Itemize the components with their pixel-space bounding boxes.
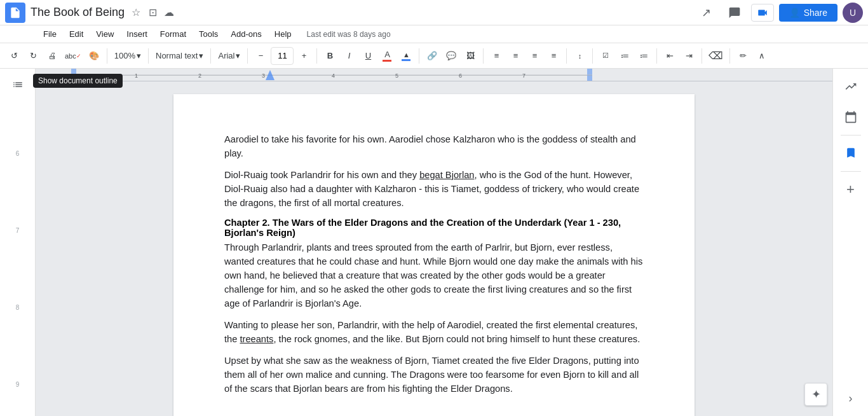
toolbar-divider-5 (316, 48, 317, 64)
svg-text:6: 6 (459, 73, 462, 79)
top-right-area: ↗ 👤 Share U (695, 1, 863, 24)
body-area: Show document outline 6 7 8 9 1 2 3 4 (0, 69, 868, 416)
toolbar-divider-8 (566, 48, 567, 64)
toolbar-divider-9 (592, 48, 593, 64)
right-divider-2 (841, 171, 861, 172)
meet-button[interactable] (751, 4, 774, 22)
collapse-sidebar-button[interactable]: › (838, 385, 864, 411)
toolbar-divider-7 (483, 48, 484, 64)
toolbar-divider-12 (729, 48, 730, 64)
outline-button[interactable] (5, 74, 31, 99)
align-center-button[interactable]: ≡ (506, 47, 524, 65)
last-edit-label[interactable]: Last edit was 8 days ago (307, 30, 391, 39)
toolbar-divider-2 (148, 48, 149, 64)
paragraph-2: Diol-Ruaig took Parlandrir for his own a… (224, 168, 644, 210)
calendar-button[interactable] (838, 104, 864, 130)
toolbar-divider-3 (210, 48, 211, 64)
top-bar: The Book of Being ☆ ⊡ ☁ ↗ 👤 Share U (0, 0, 868, 25)
spellcheck-button[interactable]: abc ✓ (62, 47, 84, 65)
paintformat-button[interactable]: 🎨 (85, 47, 103, 65)
editing-mode-button[interactable]: ✏ (734, 47, 752, 65)
increase-indent-button[interactable]: ⇥ (680, 47, 698, 65)
main-content: 1 2 3 4 5 6 7 Aarodiel to take his favor… (36, 69, 832, 416)
trending-button[interactable] (838, 74, 864, 99)
menu-file[interactable]: File (38, 28, 62, 40)
svg-text:1: 1 (135, 73, 138, 79)
text-color-button[interactable]: A (378, 47, 396, 65)
chart-icon[interactable]: ↗ (695, 1, 718, 24)
comment-button[interactable]: 💬 (442, 47, 460, 65)
paragraph-4: Wanting to please her son, Parlandrir, w… (224, 318, 644, 346)
image-button[interactable]: 🖼 (461, 47, 479, 65)
menu-help[interactable]: Help (269, 28, 297, 40)
share-icon: 👤 (789, 8, 800, 18)
toolbar-divider-6 (419, 48, 419, 64)
decrease-indent-button[interactable]: ⇤ (661, 47, 679, 65)
share-button[interactable]: 👤 Share (779, 4, 837, 22)
title-icons: ☆ ⊡ ☁ (130, 6, 175, 19)
checklist-button[interactable]: ☑ (597, 47, 614, 65)
paragraph-1: Aarodiel to take his favorite for his ow… (224, 132, 644, 160)
comment-history-icon[interactable] (723, 1, 746, 24)
menu-view[interactable]: View (91, 28, 119, 40)
chapter-heading: Chapter 2. The Wars of the Elder Dragons… (224, 218, 644, 238)
align-right-button[interactable]: ≡ (526, 47, 543, 65)
align-justify-button[interactable]: ≡ (545, 47, 562, 65)
font-size-display: 11 (271, 47, 294, 65)
clear-format-button[interactable]: ⌫ (706, 47, 726, 65)
toolbar: ↺ ↻ 🖨 abc ✓ 🎨 100% ▾ Normal text ▾ Arial… (0, 43, 868, 69)
document-area[interactable]: Aarodiel to take his favorite for his ow… (36, 81, 832, 416)
italic-button[interactable]: I (340, 47, 358, 65)
bold-button[interactable]: B (321, 47, 339, 65)
ruler: 1 2 3 4 5 6 7 (36, 69, 832, 81)
corner-action-button[interactable]: ✦ (804, 383, 827, 406)
underline-button[interactable]: U (359, 47, 377, 65)
font-selector[interactable]: Arial ▾ (215, 47, 243, 65)
print-button[interactable]: 🖨 (43, 47, 61, 65)
zoom-selector[interactable]: 100% ▾ (111, 47, 144, 65)
paragraph-5: Upset by what she saw as the weakness of… (224, 354, 644, 396)
star-icon[interactable]: ☆ (130, 6, 142, 19)
font-size-decrease[interactable]: − (252, 47, 269, 65)
menu-format[interactable]: Format (155, 28, 191, 40)
add-button[interactable]: + (838, 177, 864, 202)
undo-button[interactable]: ↺ (5, 47, 23, 65)
svg-text:7: 7 (522, 73, 526, 79)
ruler-numbers-left: 6 7 8 9 (0, 112, 35, 388)
treeants-link: treeants (240, 334, 273, 344)
menu-edit[interactable]: Edit (64, 28, 88, 40)
right-sidebar: + › (832, 69, 868, 416)
user-avatar[interactable]: U (843, 3, 863, 23)
highlight-button[interactable]: ▲ (397, 47, 415, 65)
right-divider-1 (841, 135, 861, 135)
ruler-ticks: 1 2 3 4 5 6 7 (71, 69, 592, 81)
document-title: The Book of Being (31, 6, 125, 19)
left-sidebar: Show document outline 6 7 8 9 (0, 69, 36, 416)
docs-icon (5, 3, 25, 23)
bjorlan-link: begat Bjorlan (419, 170, 474, 180)
font-size-increase[interactable]: + (295, 47, 313, 65)
cloud-icon[interactable]: ☁ (163, 6, 175, 19)
svg-text:2: 2 (198, 73, 201, 79)
menu-addons[interactable]: Add-ons (226, 28, 266, 40)
expand-toolbar-button[interactable]: ∧ (753, 47, 771, 65)
numbered-list-button[interactable]: ≔ (635, 47, 653, 65)
toolbar-divider-1 (107, 48, 107, 64)
menu-insert[interactable]: Insert (121, 28, 153, 40)
redo-button[interactable]: ↻ (24, 47, 42, 65)
keep-button[interactable] (838, 141, 864, 166)
align-left-button[interactable]: ≡ (487, 47, 505, 65)
bullet-list-button[interactable]: ≔ (616, 47, 634, 65)
line-spacing-button[interactable]: ↕ (571, 47, 588, 65)
svg-text:4: 4 (332, 73, 335, 79)
style-selector[interactable]: Normal text ▾ (153, 47, 207, 65)
menu-tools[interactable]: Tools (194, 28, 223, 40)
toolbar-divider-10 (656, 48, 657, 64)
folder-icon[interactable]: ⊡ (146, 6, 159, 19)
toolbar-divider-4 (247, 48, 248, 64)
paragraph-3: Through Parlandrir, plants and trees spr… (224, 240, 644, 310)
svg-text:3: 3 (262, 73, 265, 79)
link-button[interactable]: 🔗 (423, 47, 441, 65)
toolbar-divider-11 (702, 48, 702, 64)
svg-text:5: 5 (395, 73, 398, 79)
